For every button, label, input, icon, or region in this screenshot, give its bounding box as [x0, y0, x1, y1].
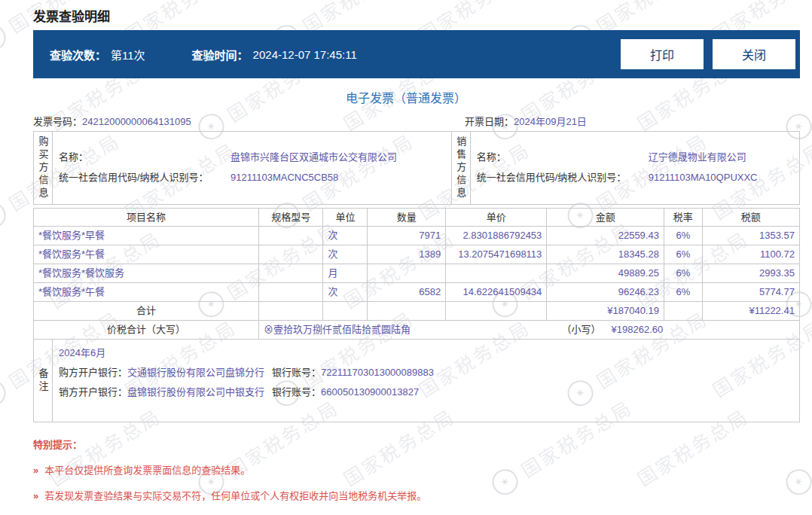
header-spec: 规格型号	[259, 209, 323, 227]
item-spec	[259, 245, 323, 264]
buyer-acct-value: 722111703013000089883	[321, 367, 434, 378]
buyer-taxid-label: 统一社会信用代码/纳税人识别号：	[59, 167, 230, 187]
seller-acct-label: 银行账号：	[272, 386, 321, 398]
table-row: *餐饮服务*餐饮服务 月 49889.25 6% 2993.35	[34, 264, 800, 283]
header-tax: 税额	[703, 209, 800, 227]
item-tax: 1100.72	[703, 245, 800, 264]
seller-bank-label: 销方开户银行：	[59, 386, 127, 398]
item-rate: 6%	[664, 264, 703, 283]
party-info-box: 购买方信息 名称：盘锦市兴隆台区双通城市公交有限公司 统一社会信用代码/纳税人识…	[33, 131, 800, 205]
tax-total-uppercase: ⊗壹拾玖万捌仟贰佰陆拾贰圆陆角	[264, 324, 411, 335]
item-qty: 1389	[368, 245, 446, 264]
remark-row: 备注 2024年6月 购方开户银行：交通银行股份有限公司盘锦分行银行账号：722…	[34, 340, 800, 422]
item-unit: 月	[323, 264, 368, 283]
seller-name-value: 辽宁德晟物业有限公司	[649, 151, 746, 163]
seller-taxid-label: 统一社会信用代码/纳税人识别号：	[477, 167, 649, 187]
item-name: *餐饮服务*餐饮服务	[34, 264, 259, 283]
print-button[interactable]: 打印	[621, 39, 704, 69]
remark-line-buyer-bank: 购方开户银行：交通银行股份有限公司盘锦分行银行账号：72211170301300…	[59, 363, 793, 382]
remark-line-seller-bank: 销方开户银行：盘锦银行股份有限公司中银支行银行账号：66005013090001…	[59, 382, 793, 402]
buyer-taxid-value: 91211103MACNC5CB58	[230, 172, 338, 183]
total-unit-empty	[323, 302, 368, 321]
close-button[interactable]: 关闭	[713, 39, 795, 69]
header-qty: 数量	[368, 209, 446, 227]
remark-line-period: 2024年6月	[59, 343, 793, 363]
item-price: 14.622641509434	[446, 283, 547, 302]
buyer-side-label: 购买方信息	[34, 132, 53, 204]
item-name: *餐饮服务*午餐	[34, 245, 259, 264]
header-rate: 税率	[664, 209, 703, 227]
notice-bullet-icon: »	[33, 465, 38, 476]
header-unit: 单位	[323, 209, 368, 227]
total-rate-empty	[664, 302, 703, 321]
remark-content: 2024年6月 购方开户银行：交通银行股份有限公司盘锦分行银行账号：722111…	[53, 340, 800, 422]
seller-taxid-row: 统一社会信用代码/纳税人识别号：91211103MA10QPUXXC	[477, 167, 793, 187]
tax-total-lowercase: （小写）¥198262.60	[562, 321, 664, 339]
remark-side-label: 备注	[34, 340, 53, 422]
query-actions: 打印 关闭	[612, 39, 795, 69]
seller-name-row: 名称：辽宁德晟物业有限公司	[477, 147, 793, 167]
item-qty: 7971	[368, 227, 446, 245]
invoice-date: 开票日期：2024年09月21日	[465, 114, 587, 128]
seller-name-label: 名称：	[477, 147, 649, 167]
invoice-date-value: 2024年09月21日	[514, 116, 587, 127]
item-rate: 6%	[664, 245, 703, 264]
buyer-section: 购买方信息 名称：盘锦市兴隆台区双通城市公交有限公司 统一社会信用代码/纳税人识…	[34, 132, 452, 204]
notice-item-text: 若发现发票查验结果与实际交易不符，任何单位或个人有权拒收并向当地税务机关举报。	[44, 490, 426, 501]
notice-item: »本平台仅提供所查询发票票面信息的查验结果。	[33, 462, 426, 477]
item-amount: 22559.43	[547, 227, 664, 245]
tax-total-content: ⊗壹拾玖万捌仟贰佰陆拾贰圆陆角 （小写）¥198262.60	[259, 321, 800, 340]
item-unit: 次	[323, 227, 368, 245]
item-unit: 次	[323, 283, 368, 302]
item-spec	[259, 283, 323, 302]
item-tax: 2993.35	[703, 264, 800, 283]
item-spec	[259, 264, 323, 283]
query-info: 查验次数： 第11次 查验时间： 2024-12-07 17:45:11	[50, 47, 357, 62]
table-row: *餐饮服务*午餐 次 6582 14.622641509434 96246.23…	[34, 283, 800, 302]
tax-total-label: 价税合计（大写）	[34, 321, 259, 340]
item-amount: 96246.23	[547, 283, 664, 302]
header-item-name: 项目名称	[34, 209, 259, 227]
special-notice: 特别提示： »本平台仅提供所查询发票票面信息的查验结果。 »若发现发票查验结果与…	[33, 437, 426, 502]
total-label: 合计	[34, 302, 259, 321]
query-bar: 查验次数： 第11次 查验时间： 2024-12-07 17:45:11 打印 …	[33, 30, 800, 78]
header-price: 单价	[446, 209, 547, 227]
invoice-number: 发票号码：24212000000064131095	[33, 116, 191, 127]
table-header-row: 项目名称 规格型号 单位 数量 单价 金额 税率 税额	[34, 209, 800, 227]
lowercase-label: （小写）	[562, 324, 601, 335]
notice-title: 特别提示：	[33, 437, 426, 451]
item-qty	[368, 264, 446, 283]
total-row: 合计 ¥187040.19 ¥11222.41	[34, 302, 800, 321]
buyer-name-label: 名称：	[59, 147, 230, 167]
watermark-emblem-icon: ✶	[0, 198, 11, 233]
notice-item: »若发现发票查验结果与实际交易不符，任何单位或个人有权拒收并向当地税务机关举报。	[33, 488, 426, 502]
check-count-label: 查验次数：	[50, 47, 106, 62]
item-tax: 1353.57	[703, 227, 800, 245]
seller-section: 销售方信息 名称：辽宁德晟物业有限公司 统一社会信用代码/纳税人识别号：9121…	[452, 132, 799, 204]
item-price: 2.8301886792453	[446, 227, 547, 245]
item-tax: 5774.77	[703, 283, 800, 302]
invoice-number-label: 发票号码：	[33, 116, 82, 127]
invoice-type-title: 电子发票（普通发票）	[0, 88, 812, 106]
check-time-value: 2024-12-07 17:45:11	[253, 48, 357, 61]
buyer-bank-value: 交通银行股份有限公司盘锦分行	[127, 367, 264, 378]
item-qty: 6582	[368, 283, 446, 302]
total-amount: ¥187040.19	[547, 302, 664, 321]
notice-bullet-icon: »	[33, 490, 38, 501]
total-tax: ¥11222.41	[703, 302, 800, 321]
total-qty-empty	[368, 302, 446, 321]
items-table: 项目名称 规格型号 单位 数量 单价 金额 税率 税额 *餐饮服务*早餐 次 7…	[33, 208, 800, 422]
buyer-bank-label: 购方开户银行：	[59, 367, 127, 378]
invoice-number-value: 24212000000064131095	[82, 116, 191, 127]
buyer-name-row: 名称：盘锦市兴隆台区双通城市公交有限公司	[59, 147, 445, 167]
total-price-empty	[446, 302, 547, 321]
invoice-meta-row: 发票号码：24212000000064131095 开票日期：2024年09月2…	[33, 114, 800, 128]
item-amount: 18345.28	[547, 245, 664, 264]
invoice-verification-page: ✶国家税务总局国家税务总局✶国家税务总局国家税务总局✶国家税务总局国家税务总局国…	[0, 0, 812, 515]
item-price	[446, 264, 547, 283]
seller-acct-value: 660050130900013827	[321, 386, 419, 398]
item-name: *餐饮服务*早餐	[34, 227, 259, 245]
page-title: 发票查验明细	[33, 6, 110, 25]
seller-side-label: 销售方信息	[452, 132, 471, 204]
header-amount: 金额	[547, 209, 664, 227]
